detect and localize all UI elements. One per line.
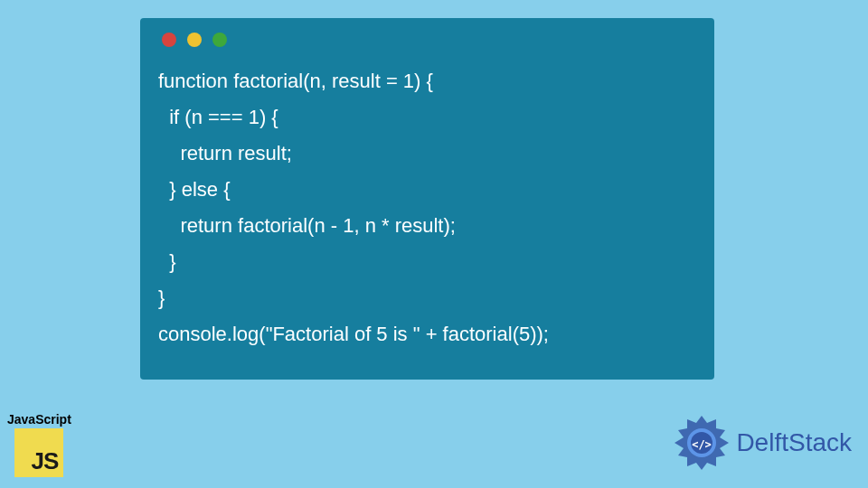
minimize-dot bbox=[187, 33, 202, 47]
window-controls bbox=[162, 33, 696, 47]
maximize-dot bbox=[212, 33, 227, 47]
delftstack-icon: </> bbox=[673, 414, 731, 472]
javascript-label: JavaScript bbox=[7, 412, 71, 427]
javascript-icon-text: JS bbox=[32, 447, 59, 475]
delftstack-text: DelftStack bbox=[736, 428, 852, 457]
javascript-badge: JavaScript JS bbox=[7, 412, 71, 477]
svg-text:</>: </> bbox=[693, 438, 712, 451]
javascript-icon: JS bbox=[14, 428, 63, 477]
code-block: function factorial(n, result = 1) { if (… bbox=[158, 63, 696, 352]
close-dot bbox=[162, 33, 176, 47]
delftstack-badge: </> DelftStack bbox=[673, 414, 852, 472]
code-window: function factorial(n, result = 1) { if (… bbox=[140, 18, 714, 380]
